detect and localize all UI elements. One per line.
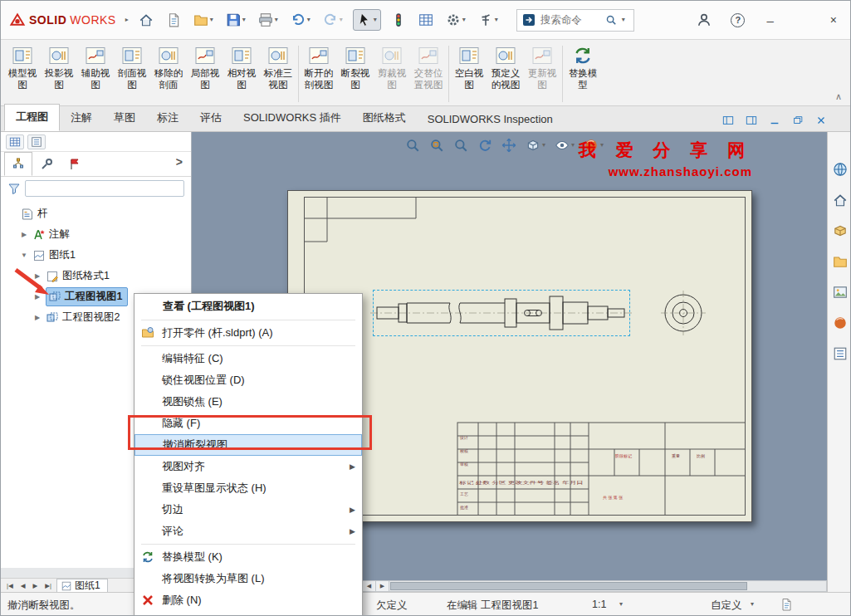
ribbon-button-crop-view[interactable]: 剪裁视图 <box>374 42 410 92</box>
print-button[interactable]: ▾ <box>256 10 281 30</box>
zoom-fit-button[interactable] <box>403 136 422 154</box>
tree-item-annotations[interactable]: ▶ 注解 <box>1 224 191 245</box>
expander-icon[interactable]: ▶ <box>32 272 42 280</box>
doc-restore-icon[interactable] <box>792 115 804 126</box>
redo-button[interactable]: ▾ <box>320 10 345 30</box>
menu-item-unbreak-view[interactable]: 撤消断裂视图 <box>134 434 362 456</box>
expander-icon[interactable]: ▶ <box>19 231 29 238</box>
account-button[interactable] <box>694 10 714 30</box>
ribbon-button-relative-view[interactable]: 相对视图 <box>223 42 260 92</box>
tree-filter-input[interactable] <box>25 180 184 197</box>
doc-minimize-icon[interactable] <box>769 115 780 126</box>
tab-sheet-format[interactable]: 图纸格式 <box>352 105 417 131</box>
close-button[interactable]: × <box>825 13 842 27</box>
options-button[interactable]: ▾ <box>443 10 468 30</box>
menu-item-delete[interactable]: 删除 (N) <box>134 589 362 611</box>
panel-expand-icon[interactable]: > <box>168 152 191 176</box>
sheet-nav-last-button[interactable]: ▶| <box>42 582 54 589</box>
pan-button[interactable] <box>500 136 518 154</box>
tab-sketch[interactable]: 草图 <box>103 105 146 131</box>
scrollbar-thumb[interactable] <box>390 582 747 590</box>
ribbon-button-replace-model[interactable]: 替换模型 <box>565 42 601 92</box>
status-doc-icon-wrap[interactable] <box>780 598 793 614</box>
search-caret-icon[interactable]: ▾ <box>622 17 625 23</box>
panel-toolbar-button-2[interactable] <box>27 134 46 149</box>
menu-item-view-alignment[interactable]: 视图对齐▶ <box>134 456 362 477</box>
scroll-left-button[interactable]: ◀ <box>363 581 376 591</box>
save-button[interactable]: ▾ <box>223 10 248 30</box>
status-units[interactable]: 自定义 <box>711 599 742 613</box>
menu-flyout-icon[interactable]: ▸ <box>125 17 129 23</box>
tab-drawing[interactable]: 工程图 <box>4 104 60 131</box>
ribbon-button-empty-view[interactable]: 空白视图 <box>451 42 487 92</box>
sheet-nav-next-button[interactable]: ▶ <box>31 582 41 589</box>
scroll-right-button[interactable]: ▶ <box>376 581 389 591</box>
previous-view-button[interactable] <box>476 136 494 154</box>
tab-evaluate[interactable]: 评估 <box>189 105 232 131</box>
horizontal-scrollbar[interactable]: ◀ ▶ <box>362 580 827 592</box>
units-caret-icon[interactable]: ▾ <box>751 601 754 608</box>
shaft-drawing-view[interactable] <box>370 296 634 330</box>
hide-show-button[interactable]: ▾ <box>553 136 576 154</box>
ribbon-button-section-view[interactable]: 剖面视图 <box>114 42 150 92</box>
zoom-area-button[interactable] <box>428 136 446 154</box>
display-style-button[interactable]: ▾ <box>524 136 547 154</box>
expander-icon[interactable]: ▼ <box>19 252 29 259</box>
performance-lights-button[interactable] <box>389 10 408 30</box>
menu-item-lock-view-focus[interactable]: 视图锁焦 (E) <box>134 391 362 413</box>
customize-button[interactable]: ▾ <box>476 10 501 30</box>
sheet-nav-prev-button[interactable]: ◀ <box>18 582 28 589</box>
doc-pane-left-icon[interactable] <box>722 115 734 126</box>
open-button[interactable]: ▾ <box>191 10 216 30</box>
scale-caret-icon[interactable]: ▾ <box>619 601 623 608</box>
sheet-tab-sheet1[interactable]: 图纸1 <box>56 579 108 592</box>
ribbon-button-projected-view[interactable]: 投影视图 <box>41 42 77 92</box>
menu-item-comment[interactable]: 评论▶ <box>134 521 362 542</box>
tab-annotation[interactable]: 注解 <box>60 105 103 131</box>
ribbon-button-standard-3-view[interactable]: 标准三视图 <box>260 42 296 92</box>
shaft-end-view[interactable] <box>661 291 706 335</box>
tab-configuration-manager[interactable] <box>61 152 89 176</box>
doc-pane-right-icon[interactable] <box>746 115 757 126</box>
tree-item-sheet1[interactable]: ▼ 图纸1 <box>1 245 191 266</box>
tree-item-part[interactable]: 杆 <box>1 203 191 224</box>
ribbon-button-break-view[interactable]: 断裂视图 <box>337 42 374 92</box>
ribbon-button-update-view[interactable]: 更新视图 <box>524 42 560 92</box>
help-button[interactable]: ? <box>731 13 745 27</box>
tab-feature-manager[interactable] <box>4 152 32 176</box>
menu-item-edit-feature[interactable]: 编辑特征 (C) <box>134 348 362 369</box>
ribbon-button-removed-section[interactable]: 移除的剖面 <box>150 42 187 92</box>
menu-item-change-layer[interactable]: 更改图层 (O) <box>134 611 362 616</box>
taskpane-file-explorer-button[interactable] <box>831 252 849 271</box>
taskpane-view-palette-button[interactable] <box>831 283 849 301</box>
ribbon-button-auxiliary-view[interactable]: 辅助视图 <box>77 42 114 92</box>
taskpane-custom-properties-button[interactable] <box>831 345 849 363</box>
menu-item-reset-sketch-visibility[interactable]: 重设草图显示状态 (H) <box>134 477 362 499</box>
ribbon-button-model-view[interactable]: 模型视图 <box>4 42 41 92</box>
tab-inspection[interactable]: SOLIDWORKS Inspection <box>417 108 564 131</box>
menu-item-tangent-edge[interactable]: 切边▶ <box>134 499 362 521</box>
ribbon-button-detail-view[interactable]: 局部视图 <box>187 42 223 92</box>
taskpane-design-library-button[interactable] <box>831 222 849 240</box>
menu-item-open-part[interactable]: 打开零件 (杆.sldprt) (A) <box>134 322 362 344</box>
zoom-button[interactable] <box>452 136 470 154</box>
tree-item-sheet-format1[interactable]: ▶ 图纸格式1 <box>1 266 191 286</box>
home-button[interactable] <box>136 10 156 30</box>
expander-icon[interactable]: ▶ <box>32 314 42 321</box>
expander-icon[interactable]: ▶ <box>32 293 42 301</box>
command-search-input[interactable] <box>540 14 600 26</box>
menu-item-hide[interactable]: 隐藏 (F) <box>134 413 362 434</box>
minimize-button[interactable]: – <box>761 13 778 27</box>
ribbon-collapse-icon[interactable]: ∧ <box>835 91 842 102</box>
doc-close-icon[interactable] <box>815 115 827 126</box>
taskpane-appearances-button[interactable] <box>831 314 849 332</box>
taskpane-resources-button[interactable] <box>831 160 849 178</box>
taskpane-home-button[interactable] <box>831 191 849 209</box>
tab-addins[interactable]: SOLIDWORKS 插件 <box>232 105 352 131</box>
menu-item-convert-view-to-sketch[interactable]: 将视图转换为草图 (L) <box>134 568 362 589</box>
menu-item-lock-view-position[interactable]: 锁住视图位置 (D) <box>134 369 362 391</box>
command-search-box[interactable]: ▾ <box>516 9 634 32</box>
select-tool-button[interactable]: ▾ <box>353 9 381 31</box>
status-scale[interactable]: 1:1 <box>592 599 606 610</box>
tab-property-manager[interactable] <box>32 152 61 176</box>
